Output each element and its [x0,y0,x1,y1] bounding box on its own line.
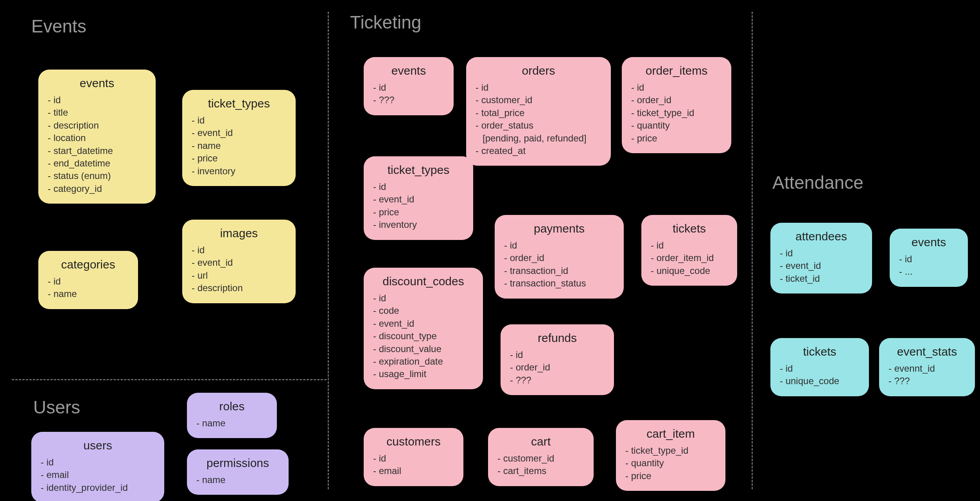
card-events-images: images idevent_idurldescription [182,220,296,303]
card-field: inventory [192,165,286,177]
card-field: order_id [631,94,722,106]
card-field: name [196,474,279,486]
card-attendance-event-stats: event_stats evennt_id??? [879,338,975,396]
card-title: cart [497,435,584,448]
card-field: status (enum) [48,170,146,182]
card-field: ... [899,265,958,278]
card-title: images [192,227,286,240]
card-field: id [780,247,863,259]
card-field: total_price [476,107,601,119]
card-fields: idemail [373,452,454,478]
card-users-roles: roles name [187,393,277,438]
card-ticketing-cart-item: cart_item ticket_type_idquantityprice [616,420,725,491]
card-fields: name [196,474,279,486]
card-fields: evennt_id??? [888,362,966,388]
card-title: attendees [780,230,863,243]
card-field: event_id [192,256,286,269]
card-fields: idunique_code [780,362,860,388]
card-field: ??? [510,374,605,386]
card-field: id [504,239,614,252]
card-ticketing-orders: orders idcustomer_idtotal_priceorder_sta… [466,57,611,166]
card-field: [pending, paid, refunded] [476,132,601,145]
card-attendance-tickets: tickets idunique_code [770,338,869,396]
card-field: transaction_status [504,277,614,290]
card-field: title [48,106,146,119]
card-field: price [192,152,286,165]
card-ticketing-order-items: order_items idorder_idticket_type_idquan… [622,57,731,153]
card-fields: idemailidentity_provider_id [41,456,155,494]
card-field: event_id [373,317,474,330]
card-field: ticket_type_id [631,107,722,119]
card-field: category_id [48,183,146,195]
card-ticketing-cart: cart customer_idcart_items [488,428,594,486]
card-field: name [196,417,267,429]
section-title-users: Users [33,397,80,418]
card-title: ticket_types [192,97,286,110]
card-field: description [192,282,286,294]
card-field: customer_id [476,94,601,106]
card-field: inventory [373,218,464,231]
card-title: events [899,236,958,249]
card-field: order_status [476,119,601,132]
card-title: events [48,77,146,90]
card-title: refunds [510,331,605,345]
card-title: categories [48,258,129,271]
card-ticketing-events: events id??? [364,57,454,115]
card-field: unique_code [651,265,728,277]
card-ticketing-refunds: refunds idorder_id??? [501,324,614,395]
card-field: price [373,206,464,218]
card-field: id [510,349,605,361]
card-field: identity_provider_id [41,481,155,494]
card-title: customers [373,435,454,448]
section-title-ticketing: Ticketing [350,12,421,33]
card-field: id [373,181,464,193]
card-field: location [48,132,146,144]
card-field: ??? [888,375,966,387]
card-field: id [48,94,146,106]
card-fields: idevent_idnamepriceinventory [192,114,286,177]
card-events-events: events idtitledescriptionlocationstart_d… [38,70,156,204]
card-field: event_id [780,259,863,272]
card-field: created_at [476,145,601,157]
card-field: order_id [504,252,614,264]
card-title: roles [196,400,267,413]
card-ticketing-discount-codes: discount_codes idcodeevent_iddiscount_ty… [364,268,483,389]
divider-h-events-users [12,379,327,380]
card-field: start_datetime [48,145,146,157]
card-title: events [373,64,444,77]
card-fields: name [196,417,267,429]
card-fields: idorder_idticket_type_idquantityprice [631,81,722,145]
card-field: id [41,456,155,469]
card-title: orders [476,64,601,77]
card-field: code [373,304,474,317]
card-field: price [631,132,722,145]
card-title: permissions [196,456,279,470]
card-field: description [48,119,146,132]
card-fields: ticket_type_idquantityprice [625,444,716,482]
card-fields: idtitledescriptionlocationstart_datetime… [48,94,146,195]
card-field: transaction_id [504,265,614,277]
card-title: order_items [631,64,722,77]
card-field: id [651,239,728,252]
card-field: usage_limit [373,368,474,380]
card-field: id [192,244,286,256]
card-field: event_id [192,127,286,139]
card-ticketing-ticket-types: ticket_types idevent_idpriceinventory [364,156,473,240]
card-field: customer_id [497,452,584,465]
card-field: evennt_id [888,362,966,375]
card-users-permissions: permissions name [187,449,289,495]
card-field: id [631,81,722,94]
card-title: discount_codes [373,275,474,288]
card-fields: idcodeevent_iddiscount_typediscount_valu… [373,292,474,381]
card-field: ??? [373,94,444,106]
card-field: ticket_type_id [625,444,716,457]
divider-v-left [328,12,329,489]
card-fields: idorder_id??? [510,349,605,386]
card-ticketing-payments: payments idorder_idtransaction_idtransac… [495,215,624,299]
card-field: id [373,292,474,304]
card-title: event_stats [888,345,966,358]
card-fields: id... [899,253,958,278]
card-field: email [41,469,155,481]
card-fields: customer_idcart_items [497,452,584,478]
card-field: id [899,253,958,265]
